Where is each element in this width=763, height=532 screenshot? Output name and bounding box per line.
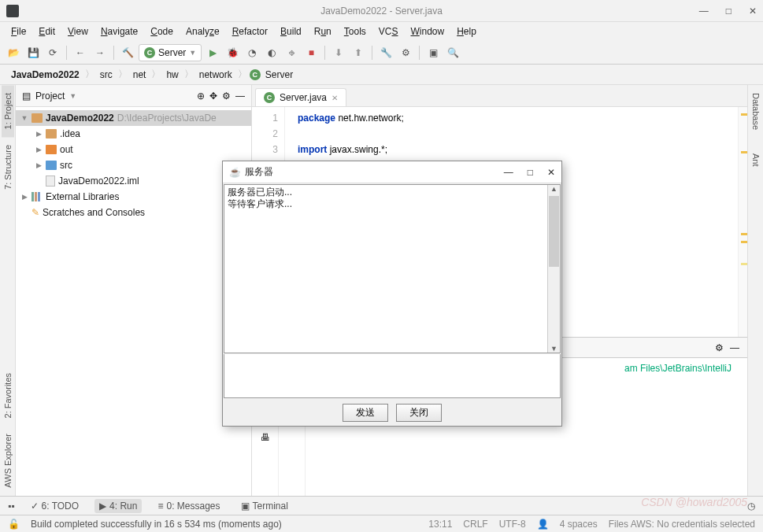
dialog-input[interactable]: [224, 354, 561, 398]
minimize-button[interactable]: —: [699, 6, 709, 17]
hide-icon[interactable]: —: [730, 342, 739, 353]
vcs-update-icon[interactable]: ⬇: [330, 44, 347, 61]
separator: [419, 46, 420, 60]
editor-tab[interactable]: C Server.java ✕: [255, 88, 346, 106]
project-view-label[interactable]: Project: [35, 91, 65, 102]
dialog-textarea[interactable]: 服务器已启动... 等待客户请求...: [224, 185, 547, 353]
coverage-icon[interactable]: ◔: [243, 44, 261, 61]
expand-icon[interactable]: ✥: [209, 91, 217, 102]
close-tab-icon[interactable]: ✕: [331, 94, 338, 102]
search-icon[interactable]: 🔍: [444, 44, 461, 61]
menu-help[interactable]: Help: [452, 24, 481, 39]
dialog-close-button[interactable]: ✕: [547, 167, 555, 178]
tab-messages[interactable]: ≡ 0: Messages: [153, 499, 224, 513]
menu-code[interactable]: Code: [146, 24, 178, 39]
bc-network[interactable]: network: [196, 68, 235, 81]
run-config-select[interactable]: C Server ▼: [139, 44, 202, 61]
save-icon[interactable]: 💾: [24, 44, 42, 61]
dialog-titlebar[interactable]: ☕ 服务器 — □ ✕: [223, 161, 561, 183]
menu-analyze[interactable]: Analyze: [181, 24, 224, 39]
bc-hw[interactable]: hw: [163, 68, 181, 81]
bottom-tool-tabs: ▪▪ ✓ 6: TODO ▶ 4: Run ≡ 0: Messages ▣ Te…: [0, 496, 763, 515]
dialog-minimize-button[interactable]: —: [504, 167, 513, 178]
tab-run[interactable]: ▶ 4: Run: [94, 499, 142, 513]
close-button[interactable]: 关闭: [396, 404, 442, 422]
profile-icon[interactable]: ◐: [263, 44, 280, 61]
tree-libs[interactable]: ▶External Libraries: [16, 189, 251, 205]
layout-icon[interactable]: ▣: [424, 44, 442, 61]
build-icon[interactable]: 🔨: [119, 44, 136, 61]
tree-item[interactable]: ▶out: [16, 142, 251, 157]
tree-item[interactable]: ▶src: [16, 157, 251, 173]
event-log-icon[interactable]: ◷: [747, 501, 755, 512]
java-icon: ☕: [229, 167, 240, 178]
locate-icon[interactable]: ⊕: [197, 91, 205, 102]
status-encoding[interactable]: UTF-8: [499, 519, 526, 530]
attach-icon[interactable]: ⎆: [283, 44, 300, 61]
lock-icon[interactable]: 🔓: [8, 519, 20, 530]
tab-terminal[interactable]: ▣ Terminal: [236, 499, 293, 513]
status-eol[interactable]: CRLF: [463, 519, 487, 530]
bc-src[interactable]: src: [97, 68, 116, 81]
scroll-up-icon[interactable]: ▲: [548, 185, 560, 193]
folder-icon: [46, 145, 57, 154]
forward-icon[interactable]: →: [91, 44, 109, 61]
tab-todo[interactable]: ✓ 6: TODO: [26, 499, 84, 513]
server-dialog[interactable]: ☕ 服务器 — □ ✕ 服务器已启动... 等待客户请求... ▲ ▼ 发送 关…: [222, 161, 562, 427]
tab-ant[interactable]: Ant: [750, 146, 762, 175]
tab-database[interactable]: Database: [750, 85, 762, 138]
run-icon[interactable]: ▶: [204, 44, 221, 61]
dialog-scrollbar[interactable]: ▲ ▼: [547, 185, 560, 353]
menu-run[interactable]: Run: [309, 24, 336, 39]
menu-vcs[interactable]: VCS: [374, 24, 403, 39]
tab-favorites[interactable]: 2: Favorites: [2, 365, 14, 426]
menu-edit[interactable]: Edit: [34, 24, 60, 39]
project-tree[interactable]: ▼ JavaDemo2022 D:\IdeaProjects\JavaDe ▶.…: [16, 107, 251, 224]
menu-tools[interactable]: Tools: [339, 24, 371, 39]
open-icon[interactable]: 📂: [5, 44, 22, 61]
bc-class[interactable]: Server: [262, 68, 296, 81]
menu-build[interactable]: Build: [276, 24, 306, 39]
debug-icon[interactable]: 🐞: [224, 44, 241, 61]
scroll-down-icon[interactable]: ▼: [548, 345, 560, 353]
dialog-maximize-button[interactable]: □: [528, 167, 533, 178]
tool-window-icon[interactable]: ▪▪: [8, 501, 15, 512]
separator: [372, 46, 372, 60]
print-icon[interactable]: 🖶: [261, 432, 270, 443]
close-button[interactable]: ✕: [749, 6, 757, 17]
menu-navigate[interactable]: Navigate: [96, 24, 143, 39]
inspector-icon[interactable]: 👤: [537, 519, 549, 530]
status-indent[interactable]: 4 spaces: [560, 519, 598, 530]
vcs-commit-icon[interactable]: ⬆: [350, 44, 367, 61]
stop-icon[interactable]: ■: [302, 44, 320, 61]
scroll-thumb[interactable]: [549, 196, 559, 267]
run-config-label: Server: [158, 47, 186, 58]
status-aws: Files AWS: No credentials selected: [609, 519, 755, 530]
window-titlebar: JavaDemo2022 - Server.java — □ ✕: [0, 0, 763, 22]
maximize-button[interactable]: □: [726, 6, 732, 17]
tab-aws-explorer[interactable]: AWS Explorer: [2, 426, 14, 496]
file-icon: [46, 175, 55, 187]
hide-icon[interactable]: —: [235, 91, 245, 102]
settings-icon[interactable]: ⚙: [397, 44, 414, 61]
tree-scratches[interactable]: ✎Scratches and Consoles: [16, 205, 251, 220]
editor-tabs: C Server.java ✕: [252, 85, 747, 107]
tree-item[interactable]: JavaDemo2022.iml: [16, 173, 251, 189]
error-stripe[interactable]: [738, 107, 747, 337]
gear-icon[interactable]: ⚙: [715, 342, 724, 353]
menu-view[interactable]: View: [63, 24, 93, 39]
bc-net[interactable]: net: [130, 68, 150, 81]
wrench-icon[interactable]: 🔧: [377, 44, 394, 61]
bc-project[interactable]: JavaDemo2022: [8, 68, 83, 81]
tree-root[interactable]: ▼ JavaDemo2022 D:\IdeaProjects\JavaDe: [16, 110, 251, 126]
menu-file[interactable]: File: [6, 24, 31, 39]
back-icon[interactable]: ←: [72, 44, 89, 61]
menu-refactor[interactable]: Refactor: [228, 24, 272, 39]
menu-window[interactable]: Window: [406, 24, 449, 39]
tab-project[interactable]: 1: Project: [2, 85, 14, 137]
tab-structure[interactable]: 7: Structure: [2, 137, 14, 198]
send-button[interactable]: 发送: [343, 404, 388, 422]
refresh-icon[interactable]: ⟳: [44, 44, 61, 61]
gear-icon[interactable]: ⚙: [222, 91, 231, 102]
tree-item[interactable]: ▶.idea: [16, 126, 251, 142]
